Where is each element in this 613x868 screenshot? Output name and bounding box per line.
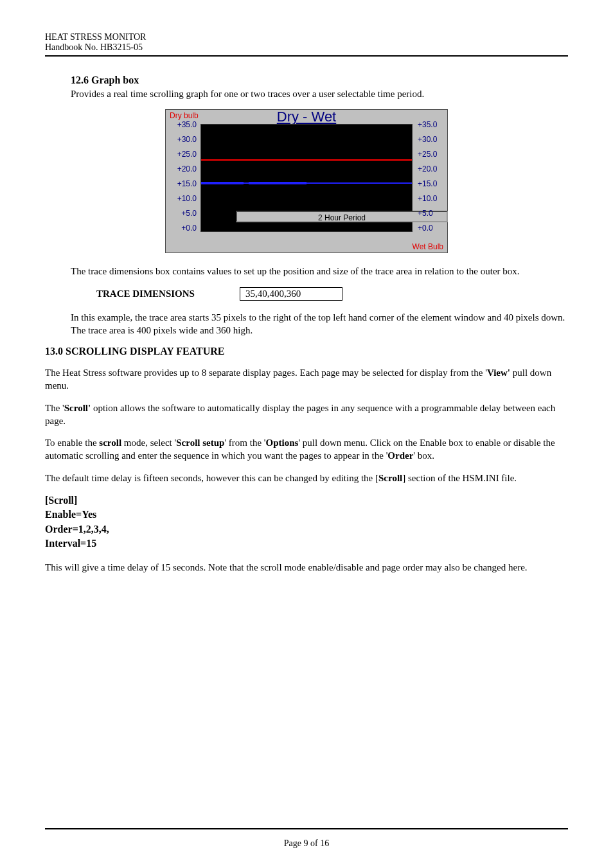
page-header: HEAT STRESS MONITOR Handbook No. HB3215-… (45, 32, 568, 53)
trace-wet-bulb (201, 182, 412, 184)
ini-line: Order=1,2,3,4, (45, 522, 568, 536)
yr-tick: +15.0 (418, 179, 447, 188)
page-footer: Page 9 of 16 (0, 838, 613, 849)
divider-top (45, 55, 568, 57)
text: The ' (45, 403, 64, 413)
text: The Heat Stress software provides up to … (45, 368, 487, 378)
yr-tick: +35.0 (418, 120, 447, 129)
graph-box: Dry bulb Dry - Wet +35.0 +30.0 +25.0 +20… (45, 109, 568, 253)
text: ] section of the HSM.INI file. (402, 473, 517, 483)
ini-config-block: [Scroll] Enable=Yes Order=1,2,3,4, Inter… (45, 493, 568, 551)
yr-tick: +20.0 (418, 164, 447, 173)
chart-panel: Dry bulb Dry - Wet +35.0 +30.0 +25.0 +20… (165, 109, 448, 253)
yl-tick: +5.0 (166, 209, 197, 218)
yr-tick: +25.0 (418, 150, 447, 159)
ini-line: [Scroll] (45, 493, 568, 508)
text: mode, select ' (121, 438, 176, 448)
yr-tick: +10.0 (418, 194, 447, 203)
yl-tick: +15.0 (166, 179, 197, 188)
scroll-p3: To enable the scroll mode, select 'Scrol… (45, 436, 568, 463)
text: To enable the (45, 438, 99, 448)
text: option allows the software to automatica… (45, 403, 555, 426)
header-line-2: Handbook No. HB3215-05 (45, 42, 568, 53)
chart-bottom-right-label: Wet Bulb (413, 242, 443, 251)
yl-tick: +35.0 (166, 120, 197, 129)
yl-tick: +25.0 (166, 150, 197, 159)
trace-dim-value: 35,40,400,360 (240, 287, 342, 301)
scroll-p2: The 'Scroll' option allows the software … (45, 402, 568, 428)
trace-dim-label: TRACE DIMENSIONS (96, 288, 195, 299)
trace-dim-para2: In this example, the trace area starts 3… (71, 311, 568, 337)
yl-tick: +10.0 (166, 194, 197, 203)
divider-bottom (45, 828, 568, 829)
bold: View' (487, 368, 510, 378)
bold: Scroll' (64, 403, 91, 413)
bold: Scroll setup (176, 438, 224, 448)
yl-tick: +30.0 (166, 135, 197, 144)
bold: Scroll (378, 473, 402, 483)
trace-dim-row: TRACE DIMENSIONS 35,40,400,360 (96, 287, 568, 301)
yr-tick: +0.0 (418, 224, 447, 233)
section-title-12-6: 12.6 Graph box (71, 75, 568, 86)
yl-tick: +20.0 (166, 164, 197, 173)
ini-line: Interval=15 (45, 536, 568, 551)
text: The default time delay is fifteen second… (45, 473, 378, 483)
bold: scroll (99, 438, 121, 448)
yr-tick: +5.0 (418, 209, 447, 218)
section-intro: Provides a real time scrolling graph for… (71, 87, 568, 100)
header-line-1: HEAT STRESS MONITOR (45, 32, 568, 42)
trace-dry-bulb (201, 159, 412, 161)
scroll-p5: This will give a time delay of 15 second… (45, 561, 568, 574)
text: ' box. (413, 450, 434, 461)
chart-title: Dry - Wet (166, 109, 447, 125)
bold: Order (387, 450, 413, 461)
plot-area: 2 Hour Period (200, 124, 413, 232)
ini-line: Enable=Yes (45, 508, 568, 522)
yr-tick: +30.0 (418, 135, 447, 144)
scroll-p1: The Heat Stress software provides up to … (45, 366, 568, 393)
bold: Options (266, 438, 299, 448)
section-title-13-0: 13.0 SCROLLING DISPLAY FEATURE (45, 346, 568, 357)
scroll-p4: The default time delay is fifteen second… (45, 472, 568, 484)
trace-dim-para1: The trace dimensions box contains values… (71, 265, 568, 278)
yl-tick: +0.0 (166, 224, 197, 233)
text: ' from the ' (224, 438, 265, 448)
y-axis-left: +35.0 +30.0 +25.0 +20.0 +15.0 +10.0 +5.0… (166, 124, 199, 232)
y-axis-right: +35.0 +30.0 +25.0 +20.0 +15.0 +10.0 +5.0… (415, 124, 447, 232)
